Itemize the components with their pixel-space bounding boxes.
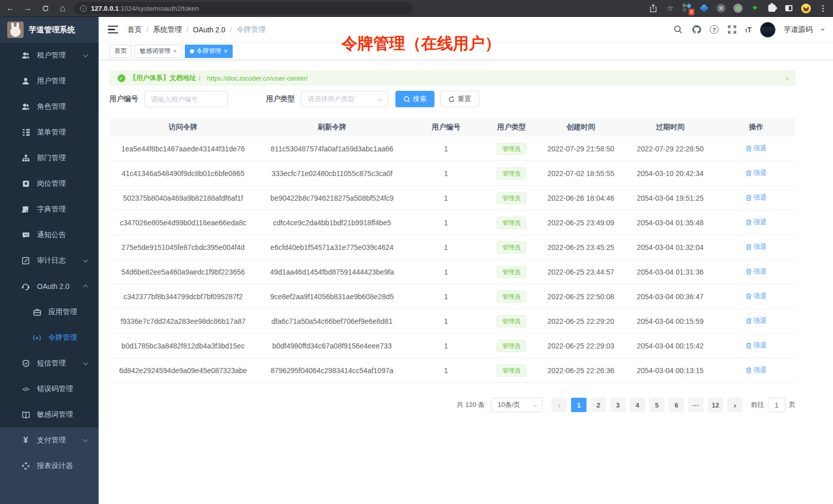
browser-back-icon[interactable]: ←	[5, 3, 15, 13]
sidebar-item-dict[interactable]: 字典管理	[0, 197, 99, 222]
sidebar-item-oauth-app[interactable]: 应用管理	[0, 299, 99, 325]
shield-icon	[22, 359, 30, 367]
force-logout-button[interactable]: 强退	[746, 292, 767, 301]
extension-grid-icon[interactable]: 9	[682, 3, 692, 13]
sidepanel-icon[interactable]	[784, 3, 794, 13]
sidebar-item-report-designer[interactable]: 报表设计器	[0, 453, 99, 479]
sidebar-item-oauth-token[interactable]: A 令牌管理	[0, 325, 99, 351]
address-bar[interactable]: i 127.0.0.1:1024/system/oauth2/token	[74, 2, 413, 14]
sidebar-item-role[interactable]: 角色管理	[0, 94, 99, 120]
breadcrumb-oauth[interactable]: OAuth 2.0	[193, 26, 225, 34]
alert-close-icon[interactable]: ×	[785, 74, 789, 83]
recorder-extension-icon[interactable]	[733, 3, 743, 13]
dict-icon	[22, 205, 30, 214]
avatar[interactable]	[760, 22, 775, 37]
page-buttons: 123456···12	[569, 398, 725, 412]
page-button[interactable]: ···	[688, 398, 704, 412]
profile-emoji-icon[interactable]	[801, 3, 811, 13]
force-logout-button[interactable]: 强退	[746, 316, 767, 325]
page-button[interactable]: 2	[591, 398, 606, 412]
money-icon: ¥	[22, 436, 30, 444]
user-id-cell: 1	[407, 194, 485, 202]
sidebar-item-tenant[interactable]: 租户管理	[0, 43, 99, 68]
page-button[interactable]: 5	[649, 398, 665, 412]
extensions-puzzle-icon[interactable]	[767, 3, 777, 13]
force-logout-button[interactable]: 强退	[746, 168, 767, 178]
close-icon[interactable]: ×	[224, 48, 228, 54]
sidebar-item-errcode[interactable]: </> 错误码管理	[0, 376, 99, 402]
close-icon[interactable]: ×	[173, 48, 177, 54]
fullscreen-icon[interactable]	[727, 25, 737, 35]
user-type-select[interactable]: 请选择用户类型	[301, 91, 388, 107]
share-icon[interactable]	[648, 3, 658, 13]
sidebar-item-notice[interactable]: 通知公告	[0, 222, 99, 248]
force-logout-button[interactable]: 强退	[746, 193, 767, 202]
sidebar-item-dept[interactable]: 部门管理	[0, 145, 99, 171]
sidebar-item-label: 支付管理	[37, 436, 66, 445]
font-size-icon[interactable]: tT	[745, 25, 752, 34]
force-logout-button[interactable]: 强退	[746, 218, 767, 227]
sidebar-item-oauth[interactable]: OAuth 2.0	[0, 274, 99, 299]
user-type-badge: 管理员	[497, 315, 526, 327]
star-extension-icon[interactable]: ✦	[750, 3, 760, 13]
app-logo-bar[interactable]: 芋道管理系统	[0, 17, 99, 43]
sidebar-item-user[interactable]: 用户管理	[0, 68, 99, 94]
table-header-row: 访问令牌 刷新令牌 用户编号 用户类型 创建时间 过期时间 操作	[109, 118, 796, 137]
page-button[interactable]: 1	[571, 398, 586, 412]
tab-token[interactable]: 令牌管理×	[185, 45, 233, 58]
breadcrumb-home[interactable]: 首页	[127, 25, 142, 34]
tab-home[interactable]: 首页	[109, 45, 132, 58]
site-info-icon[interactable]: i	[80, 5, 87, 12]
active-dot	[190, 49, 194, 53]
col-actions: 操作	[717, 123, 796, 132]
search-icon[interactable]	[673, 25, 683, 35]
user-type-cell: 管理员	[485, 266, 538, 278]
browser-home-icon[interactable]: ⌂	[58, 3, 68, 13]
extension-badge: 9	[689, 9, 694, 15]
force-logout-button[interactable]: 强退	[746, 341, 767, 350]
sidebar-item-label: 令牌管理	[48, 333, 77, 342]
page-button[interactable]: 12	[708, 398, 723, 412]
force-logout-button[interactable]: 强退	[746, 242, 767, 251]
page-button[interactable]: 3	[610, 398, 626, 412]
next-page-button[interactable]: ›	[727, 398, 743, 412]
browser-forward-icon[interactable]: →	[23, 3, 33, 13]
caret-down-icon[interactable]	[821, 29, 825, 33]
sidebar-item-pay[interactable]: ¥ 支付管理	[0, 428, 99, 453]
user-id-input[interactable]	[144, 91, 228, 107]
page-button[interactable]: 4	[630, 398, 645, 412]
goto-page-input[interactable]	[768, 398, 785, 412]
access-token-cell: 6d842e2924594de9a09e45e087323abe	[109, 366, 257, 375]
browser-menu-icon[interactable]	[818, 3, 828, 13]
help-icon[interactable]: ?	[710, 25, 718, 34]
page-button[interactable]: 6	[669, 398, 684, 412]
gem-extension-icon[interactable]	[699, 3, 709, 13]
sidebar-item-sms[interactable]: 短信管理	[0, 351, 99, 376]
page-size-select[interactable]: 10条/页	[491, 398, 542, 412]
command-extension-icon[interactable]: ⌘	[716, 3, 726, 13]
sidebar-collapse-icon[interactable]	[108, 26, 118, 34]
tab-sensitive-word[interactable]: 敏感词管理×	[135, 45, 182, 58]
sidebar-item-audit-log[interactable]: 审计日志	[0, 248, 99, 274]
force-logout-button[interactable]: 强退	[746, 267, 767, 276]
breadcrumb-system[interactable]: 系统管理	[153, 25, 182, 34]
user-id-cell: 1	[407, 317, 485, 325]
prev-page-button[interactable]: ‹	[552, 398, 567, 412]
search-button[interactable]: 搜索	[395, 91, 434, 107]
sidebar-item-label: 字典管理	[37, 205, 66, 214]
created-cell: 2022-07-29 21:58:50	[538, 145, 623, 153]
force-logout-button[interactable]: 强退	[746, 365, 767, 375]
bookmark-star-icon[interactable]: ☆	[665, 3, 675, 13]
sidebar-item-post[interactable]: 岗位管理	[0, 171, 99, 197]
force-logout-button[interactable]: 强退	[746, 144, 767, 153]
github-icon[interactable]	[691, 25, 702, 35]
breadcrumb-current: 令牌管理	[237, 25, 266, 34]
user-type-cell: 管理员	[485, 217, 538, 229]
reset-button[interactable]: 重置	[440, 91, 479, 107]
alert-doc-link[interactable]: https://doc.iocoder.cn/user-center/	[207, 74, 308, 82]
browser-reload-icon[interactable]	[40, 3, 50, 13]
sidebar-item-sensitive-word[interactable]: 敏感词管理	[0, 402, 99, 428]
user-type-badge: 管理员	[497, 241, 526, 254]
broadcast-icon: A	[33, 334, 41, 342]
sidebar-item-menu[interactable]: 菜单管理	[0, 120, 99, 145]
